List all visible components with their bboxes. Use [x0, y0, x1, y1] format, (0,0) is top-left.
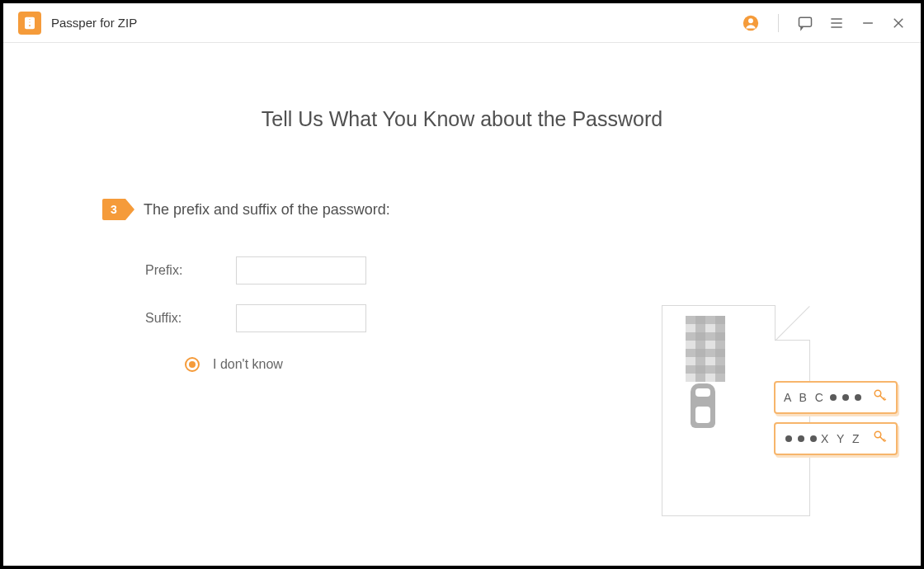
- step-heading: 3 The prefix and suffix of the password:: [102, 199, 883, 220]
- close-icon[interactable]: [891, 16, 906, 31]
- step-number-badge: 3: [102, 199, 125, 220]
- svg-rect-3: [29, 24, 31, 26]
- zip-pull-icon: [691, 383, 715, 428]
- titlebar: Passper for ZIP: [3, 3, 921, 43]
- prefix-input[interactable]: [236, 256, 366, 284]
- svg-rect-2: [29, 21, 31, 23]
- page-title: Tell Us What You Know about the Password: [41, 107, 883, 131]
- suffix-label: Suffix:: [145, 311, 236, 326]
- app-title: Passper for ZIP: [51, 16, 137, 30]
- step-text: The prefix and suffix of the password:: [144, 201, 390, 219]
- minimize-icon[interactable]: [860, 15, 876, 31]
- svg-rect-1: [29, 18, 31, 20]
- password-hint-prefix: A B C: [774, 381, 898, 414]
- prefix-label: Prefix:: [145, 263, 236, 278]
- svg-rect-6: [799, 17, 812, 26]
- idk-label: I don't know: [213, 357, 283, 372]
- titlebar-divider: [778, 14, 779, 32]
- zip-illustration: A B C X Y Z: [662, 305, 851, 531]
- password-hint-suffix: X Y Z: [774, 422, 898, 455]
- account-icon[interactable]: [742, 14, 760, 32]
- key-icon: [873, 430, 888, 448]
- app-logo-icon: [18, 12, 41, 35]
- suffix-input[interactable]: [236, 304, 366, 332]
- feedback-icon[interactable]: [797, 15, 813, 31]
- key-icon: [873, 388, 888, 407]
- menu-icon[interactable]: [828, 15, 845, 31]
- svg-point-5: [748, 18, 753, 23]
- idk-radio[interactable]: [185, 357, 200, 372]
